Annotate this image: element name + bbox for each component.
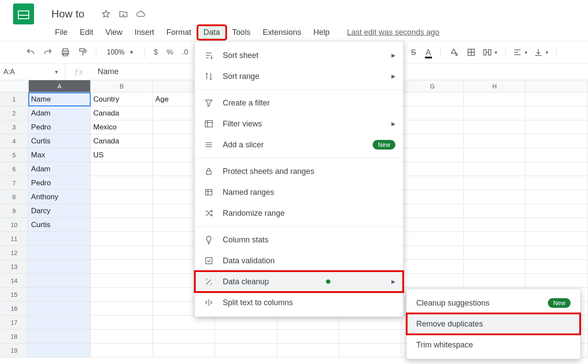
- currency-button[interactable]: $: [150, 48, 162, 57]
- undo-button[interactable]: [22, 44, 39, 61]
- row-header[interactable]: 1: [0, 92, 28, 106]
- fill-color-button[interactable]: [445, 44, 462, 61]
- row-header[interactable]: 5: [0, 148, 28, 162]
- cell[interactable]: [28, 316, 91, 330]
- cell[interactable]: Canada: [91, 106, 153, 120]
- cell[interactable]: [91, 274, 153, 288]
- cell[interactable]: [464, 176, 526, 190]
- cell[interactable]: [401, 190, 464, 204]
- cell[interactable]: [153, 344, 215, 357]
- menu-item-named-ranges[interactable]: Named ranges: [195, 182, 403, 203]
- cell[interactable]: [526, 204, 588, 218]
- cell[interactable]: [464, 120, 526, 134]
- star-icon[interactable]: [101, 9, 111, 19]
- cell[interactable]: [464, 246, 526, 260]
- cell[interactable]: [28, 246, 91, 260]
- row-header[interactable]: 8: [0, 190, 28, 204]
- row-header[interactable]: 14: [0, 274, 28, 288]
- select-all-corner[interactable]: [0, 80, 29, 92]
- last-edit-link[interactable]: Last edit was seconds ago: [347, 28, 439, 37]
- cell[interactable]: [526, 176, 588, 190]
- cell[interactable]: [526, 260, 588, 274]
- menu-item-sort-range[interactable]: Sort range▶: [195, 66, 403, 87]
- cell[interactable]: Curtis: [28, 134, 91, 148]
- col-header[interactable]: B: [91, 80, 153, 92]
- menu-item-column-stats[interactable]: Column stats: [195, 229, 403, 250]
- row-header[interactable]: 7: [0, 176, 28, 190]
- menu-edit[interactable]: Edit: [74, 25, 99, 40]
- merge-button[interactable]: ▼: [480, 44, 501, 61]
- row-header[interactable]: 6: [0, 162, 28, 176]
- col-header[interactable]: G: [401, 80, 464, 92]
- cell[interactable]: Adam: [28, 106, 91, 120]
- cell[interactable]: [464, 134, 526, 148]
- cell[interactable]: [215, 344, 277, 357]
- doc-title[interactable]: How to: [51, 8, 85, 20]
- cell[interactable]: Name: [28, 92, 91, 106]
- menu-item-create-a-filter[interactable]: Create a filter: [195, 92, 403, 113]
- menu-extensions[interactable]: Extensions: [257, 25, 307, 40]
- cell[interactable]: [526, 190, 588, 204]
- cell[interactable]: [28, 260, 91, 274]
- cell[interactable]: [464, 162, 526, 176]
- cell[interactable]: [401, 218, 464, 232]
- row-header[interactable]: 4: [0, 134, 28, 148]
- cell[interactable]: [277, 330, 340, 344]
- cell[interactable]: [464, 92, 526, 106]
- cell[interactable]: [28, 274, 91, 288]
- borders-button[interactable]: [462, 44, 480, 61]
- cell[interactable]: [464, 106, 526, 120]
- row-header[interactable]: 18: [0, 330, 28, 344]
- submenu-item-cleanup-suggestions[interactable]: Cleanup suggestionsNew: [407, 293, 580, 313]
- cloud-status-icon[interactable]: [136, 9, 146, 19]
- cell[interactable]: [91, 176, 153, 190]
- cell[interactable]: [28, 330, 91, 344]
- cell[interactable]: [153, 316, 215, 330]
- print-button[interactable]: [57, 44, 74, 61]
- cell[interactable]: [91, 218, 153, 232]
- redo-button[interactable]: [39, 44, 57, 61]
- menu-data[interactable]: Data: [197, 25, 226, 40]
- strike-button[interactable]: S: [406, 44, 421, 61]
- menu-item-protect-sheets-and-ranges[interactable]: Protect sheets and ranges: [195, 161, 403, 182]
- cell[interactable]: [91, 232, 153, 246]
- cell[interactable]: [339, 330, 401, 344]
- cell[interactable]: [91, 288, 153, 302]
- cell[interactable]: [28, 302, 91, 316]
- row-header[interactable]: 13: [0, 260, 28, 274]
- cell[interactable]: [153, 330, 215, 344]
- cell[interactable]: [339, 316, 401, 330]
- cell[interactable]: [401, 162, 464, 176]
- cell[interactable]: [91, 330, 153, 344]
- zoom-select[interactable]: 100% ▼: [101, 48, 140, 56]
- decimal-button[interactable]: .0: [177, 48, 192, 57]
- cell[interactable]: [91, 260, 153, 274]
- cell[interactable]: [28, 344, 91, 357]
- menu-file[interactable]: File: [49, 25, 74, 40]
- cell[interactable]: Adam: [28, 162, 91, 176]
- cell[interactable]: [401, 204, 464, 218]
- name-box[interactable]: A:A ▼: [0, 64, 65, 80]
- cell[interactable]: Mexico: [91, 120, 153, 134]
- cell[interactable]: [401, 246, 464, 260]
- cell[interactable]: [401, 134, 464, 148]
- row-header[interactable]: 2: [0, 106, 28, 120]
- cell[interactable]: Country: [91, 92, 153, 106]
- cell[interactable]: [464, 148, 526, 162]
- cell[interactable]: [91, 316, 153, 330]
- cell[interactable]: [215, 330, 277, 344]
- text-color-button[interactable]: A: [421, 44, 436, 61]
- cell[interactable]: [91, 302, 153, 316]
- valign-button[interactable]: ▼: [531, 44, 552, 61]
- percent-button[interactable]: %: [162, 48, 177, 57]
- cell[interactable]: Max: [28, 148, 91, 162]
- move-icon[interactable]: [119, 9, 128, 19]
- halign-button[interactable]: ▼: [510, 44, 531, 61]
- menu-item-filter-views[interactable]: Filter views▶: [195, 113, 403, 134]
- cell[interactable]: [526, 92, 588, 106]
- cell[interactable]: [526, 148, 588, 162]
- cell[interactable]: [91, 162, 153, 176]
- cell[interactable]: [464, 218, 526, 232]
- menu-item-randomize-range[interactable]: Randomize range: [195, 203, 403, 224]
- cell[interactable]: [91, 246, 153, 260]
